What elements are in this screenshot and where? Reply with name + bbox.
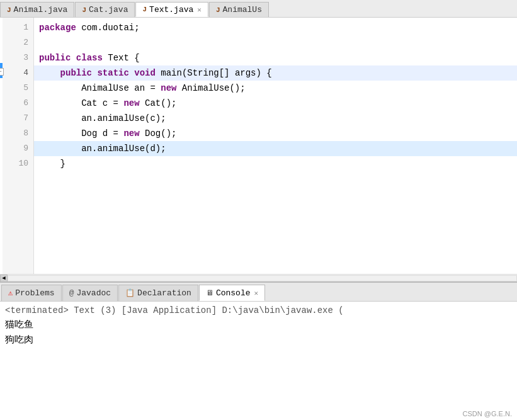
line-num-7: 7 xyxy=(5,111,28,126)
collapse-icon[interactable]: − xyxy=(0,68,4,76)
code-line-8: Dog d = new Dog(); xyxy=(34,126,517,141)
code-line-3: public class Text { xyxy=(34,50,517,65)
panel-tab-bar: ⚠ Problems @ Javadoc 📋 Declaration 🖥 Con… xyxy=(0,283,517,302)
bottom-panel: ⚠ Problems @ Javadoc 📋 Declaration 🖥 Con… xyxy=(0,281,517,420)
panel-tab-declaration-label: Declaration xyxy=(137,288,191,298)
code-line-10: } xyxy=(34,156,517,171)
tab-text[interactable]: J Text.java ✕ xyxy=(135,2,208,17)
code-line-9: an.animalUse(d); xyxy=(34,141,517,156)
scroll-track[interactable] xyxy=(8,275,517,281)
tab-animal[interactable]: J Animal.java xyxy=(0,2,74,17)
line-num-10: 10 xyxy=(5,156,28,171)
tab-text-close[interactable]: ✕ xyxy=(197,6,202,14)
line-num-6: 6 xyxy=(5,96,28,111)
tab-animalus-label: AnimalUs xyxy=(223,5,262,14)
code-line-1: package com.duotai; xyxy=(34,20,517,35)
kw-package: package xyxy=(39,20,76,35)
editor-tab-bar: J Animal.java J Cat.java J Text.java ✕ J… xyxy=(0,0,517,18)
horizontal-scrollbar[interactable]: ◀ xyxy=(0,274,517,281)
editor-area: 1 2 3 4 − 5 6 7 8 9 10 package com.duota… xyxy=(0,18,517,281)
console-output-area: <terminated> Text (3) [Java Application]… xyxy=(0,302,517,420)
tab-animalus[interactable]: J AnimalUs xyxy=(209,2,269,17)
panel-tab-console[interactable]: 🖥 Console ✕ xyxy=(199,285,265,301)
console-terminated-line: <terminated> Text (3) [Java Application]… xyxy=(5,305,512,315)
panel-tab-javadoc[interactable]: @ Javadoc xyxy=(62,285,118,301)
watermark: CSDN @G.E.N. xyxy=(463,410,512,417)
tab-text-label: Text.java xyxy=(149,5,193,14)
code-content: 1 2 3 4 − 5 6 7 8 9 10 package com.duota… xyxy=(0,18,517,274)
line-num-3: 3 xyxy=(5,50,28,65)
code-line-7: an.animalUse(c); xyxy=(34,111,517,126)
panel-tab-console-close[interactable]: ✕ xyxy=(254,289,259,297)
code-lines[interactable]: package com.duotai; public class Text { … xyxy=(34,18,517,274)
tab-animal-label: Animal.java xyxy=(14,5,68,14)
panel-tab-console-label: Console xyxy=(216,288,251,298)
java-file-icon-3: J xyxy=(142,6,147,13)
java-file-icon-4: J xyxy=(216,6,220,14)
code-line-5: AnimalUse an = new AnimalUse(); xyxy=(34,81,517,96)
panel-tab-declaration[interactable]: 📋 Declaration xyxy=(118,285,198,301)
line-num-2: 2 xyxy=(5,35,28,50)
line-num-5: 5 xyxy=(5,81,28,96)
code-line-6: Cat c = new Cat(); xyxy=(34,96,517,111)
panel-tab-javadoc-label: Javadoc xyxy=(76,288,111,298)
scroll-left-arrow[interactable]: ◀ xyxy=(0,275,8,282)
javadoc-icon: @ xyxy=(69,288,74,298)
code-line-4: public static void main(String[] args) { xyxy=(34,65,517,81)
line-numbers: 1 2 3 4 − 5 6 7 8 9 10 xyxy=(3,18,34,274)
panel-tab-problems[interactable]: ⚠ Problems xyxy=(1,285,62,301)
panel-tab-problems-label: Problems xyxy=(15,288,54,298)
line-num-1: 1 xyxy=(5,20,28,35)
java-file-icon: J xyxy=(7,6,11,14)
tab-cat[interactable]: J Cat.java xyxy=(75,2,135,17)
java-file-icon-2: J xyxy=(82,6,86,14)
console-output-line-1: 猫吃鱼 狗吃肉 xyxy=(5,318,512,348)
console-icon: 🖥 xyxy=(206,288,213,298)
line-num-8: 8 xyxy=(5,126,28,141)
line-num-4: 4 − xyxy=(5,65,28,81)
tab-cat-label: Cat.java xyxy=(89,5,128,14)
declaration-icon: 📋 xyxy=(125,288,135,298)
code-line-2 xyxy=(34,35,517,50)
line-num-9: 9 xyxy=(5,141,28,156)
line1-rest: com.duotai; xyxy=(76,20,140,35)
problems-icon: ⚠ xyxy=(8,288,13,298)
